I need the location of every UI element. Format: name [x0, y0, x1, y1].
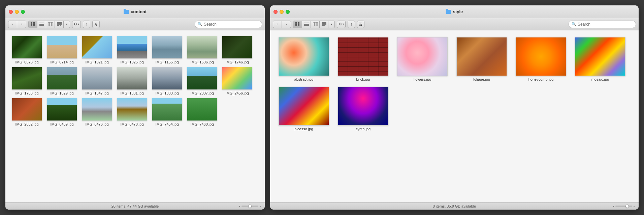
- action-button-style[interactable]: ⚙ ▾: [337, 21, 346, 28]
- file-label: IMG_1883.jpg: [151, 91, 183, 95]
- list-item[interactable]: picasso.jpg: [277, 87, 331, 131]
- list-item[interactable]: IMG_2852.jpg: [11, 98, 43, 126]
- link-button[interactable]: ⛓: [92, 21, 100, 28]
- svg-rect-7: [48, 22, 50, 26]
- list-item[interactable]: IMG_1847.jpg: [81, 67, 113, 95]
- view-options-button-style[interactable]: ▾: [328, 21, 334, 28]
- column-view-button-style[interactable]: [311, 21, 320, 28]
- list-item[interactable]: IMG_1746.jpg: [221, 36, 253, 64]
- list-item[interactable]: IMG_1155.jpg: [151, 36, 183, 64]
- file-label: IMG_7460.jpg: [186, 122, 218, 126]
- maximize-button[interactable]: [21, 10, 25, 14]
- status-bar-style: 8 items, 35.9 GB available ▪ ▪: [270, 202, 639, 210]
- svg-rect-2: [31, 24, 32, 26]
- list-item[interactable]: IMG_6476.jpg: [81, 98, 113, 126]
- thumbnail-frame: [279, 37, 329, 76]
- list-item[interactable]: IMG_1829.jpg: [46, 67, 78, 95]
- thumbnail-frame: [152, 98, 182, 121]
- share-button-style[interactable]: ↑: [348, 21, 355, 28]
- slider-track-style[interactable]: [615, 206, 632, 207]
- list-item[interactable]: IMG_1025.jpg: [116, 36, 148, 64]
- icon-view-button-style[interactable]: [293, 21, 302, 28]
- gallery-view-button-style[interactable]: [320, 21, 328, 28]
- action-button[interactable]: ⚙ ▾: [72, 21, 81, 28]
- nav-group: ‹ ›: [8, 21, 26, 28]
- svg-rect-24: [322, 22, 326, 25]
- list-item[interactable]: brick.jpg: [336, 37, 390, 81]
- share-button[interactable]: ↑: [83, 21, 90, 28]
- list-item[interactable]: foliage.jpg: [455, 37, 509, 81]
- search-input-style[interactable]: [578, 22, 633, 27]
- svg-rect-10: [57, 22, 62, 25]
- forward-button[interactable]: ›: [17, 21, 26, 28]
- list-item[interactable]: IMG_6459.jpg: [46, 98, 78, 126]
- thumbnail-frame: [338, 37, 388, 76]
- thumbnail-frame: [47, 98, 77, 121]
- thumbnail-frame: [12, 67, 42, 90]
- forward-button-style[interactable]: ›: [282, 21, 291, 28]
- minimize-button-style[interactable]: [280, 10, 284, 14]
- thumbnail-frame: [117, 36, 147, 59]
- thumbnail-frame: [82, 98, 112, 121]
- list-item[interactable]: IMG_1021.jpg: [81, 36, 113, 64]
- file-label: brick.jpg: [336, 77, 390, 81]
- list-item[interactable]: IMG_1763.jpg: [11, 67, 43, 95]
- file-label: mosaic.jpg: [573, 77, 627, 81]
- list-item[interactable]: IMG_0673.jpg: [11, 36, 43, 64]
- list-item[interactable]: IMG_1606.jpg: [186, 36, 218, 64]
- toolbar-style: ‹ › ▾ ⚙ ▾ ↑: [270, 18, 639, 30]
- column-view-button[interactable]: [46, 21, 55, 28]
- size-slider[interactable]: ▪ ▪: [239, 205, 261, 208]
- close-button[interactable]: [9, 10, 13, 14]
- file-label: IMG_6459.jpg: [46, 122, 78, 126]
- list-item[interactable]: honeycomb.jpg: [514, 37, 568, 81]
- search-box-content[interactable]: 🔍: [195, 21, 262, 28]
- list-item[interactable]: IMG_1883.jpg: [151, 67, 183, 95]
- link-button-style[interactable]: ⛓: [357, 21, 364, 28]
- thumbnail-frame: [222, 36, 252, 59]
- view-group: ▾: [28, 21, 70, 28]
- list-item[interactable]: IMG_2456.jpg: [221, 67, 253, 95]
- list-item[interactable]: IMG_0714.jpg: [46, 36, 78, 64]
- svg-rect-22: [315, 22, 316, 26]
- slider-thumb[interactable]: [248, 205, 252, 208]
- list-item[interactable]: IMG_6478.jpg: [116, 98, 148, 126]
- search-input-content[interactable]: [204, 22, 259, 27]
- title-bar-content: content: [5, 5, 265, 18]
- svg-rect-6: [39, 25, 44, 26]
- style-grid: abstract.jpg brick.jpg flowers.jpg folia…: [270, 30, 639, 202]
- list-item[interactable]: IMG_7454.jpg: [151, 98, 183, 126]
- svg-rect-15: [298, 22, 299, 24]
- list-item[interactable]: IMG_2007.jpg: [186, 67, 218, 95]
- search-box-style[interactable]: 🔍: [569, 21, 636, 28]
- thumbnail-frame: [187, 67, 217, 90]
- file-label: IMG_1606.jpg: [186, 60, 218, 64]
- list-item[interactable]: synth.jpg: [336, 87, 390, 131]
- list-item[interactable]: mosaic.jpg: [573, 37, 627, 81]
- list-item[interactable]: flowers.jpg: [395, 37, 449, 81]
- file-label: picasso.jpg: [277, 127, 331, 131]
- back-button-style[interactable]: ‹: [273, 21, 282, 28]
- list-item[interactable]: abstract.jpg: [277, 37, 331, 81]
- slider-thumb-style[interactable]: [625, 205, 629, 208]
- list-view-button[interactable]: [37, 21, 46, 28]
- list-item[interactable]: IMG_1881.jpg: [116, 67, 148, 95]
- close-button-style[interactable]: [273, 10, 278, 14]
- file-label: flowers.jpg: [395, 77, 449, 81]
- icon-view-button[interactable]: [29, 21, 37, 28]
- svg-rect-12: [58, 25, 59, 26]
- maximize-button-style[interactable]: [286, 10, 290, 14]
- file-label: foliage.jpg: [455, 77, 509, 81]
- size-slider-style[interactable]: ▪ ▪: [613, 205, 635, 208]
- slider-track[interactable]: [242, 206, 258, 207]
- toolbar-content: ‹ › ▾ ⚙ ▾ ↑: [5, 18, 265, 30]
- thumbnail-frame: [47, 36, 77, 59]
- gallery-view-button[interactable]: [55, 21, 64, 28]
- file-label: IMG_2456.jpg: [221, 91, 253, 95]
- view-options-button[interactable]: ▾: [64, 21, 70, 28]
- list-item[interactable]: IMG_7460.jpg: [186, 98, 218, 126]
- back-button[interactable]: ‹: [8, 21, 17, 28]
- list-view-button-style[interactable]: [302, 21, 311, 28]
- minimize-button[interactable]: [15, 10, 19, 14]
- svg-rect-16: [295, 24, 297, 26]
